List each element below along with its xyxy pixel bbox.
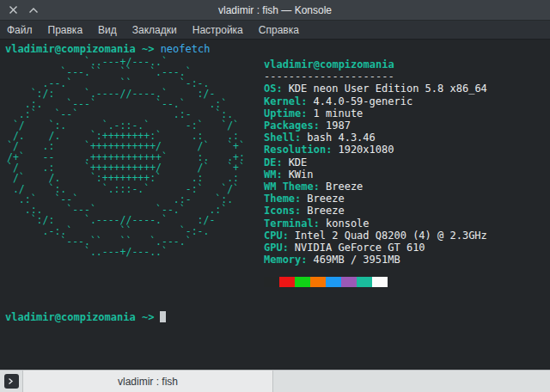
command-text: neofetch: [161, 43, 211, 55]
palette-swatch: [310, 277, 326, 287]
neofetch-info: vladimir@compizomania ------------------…: [264, 57, 487, 287]
prompt-symbol: ~>: [142, 43, 154, 55]
neofetch-separator: ---------------------: [264, 70, 487, 83]
close-icon[interactable]: [5, 3, 21, 18]
neofetch-row-icons: Icons:Breeze: [264, 205, 487, 217]
menu-help[interactable]: Справка: [259, 24, 299, 36]
neofetch-ascii-logo: `..---+/---..` `---.`` `` `.---.` .--.` …: [7, 57, 245, 258]
konsole-window: vladimir : fish — Konsole Файл Правка Ви…: [0, 0, 550, 392]
menu-edit[interactable]: Правка: [48, 24, 83, 36]
konsole-tab-icon[interactable]: [0, 371, 22, 392]
neofetch-row-shell: Shell:bash 4.3.46: [264, 132, 487, 144]
palette-swatch: [326, 277, 341, 287]
color-palette: [264, 277, 487, 287]
prompt-line: vladimir@compizomania ~> neofetch: [5, 43, 545, 56]
neofetch-row-memory: Memory:469MB / 3951MB: [264, 254, 487, 266]
keep-above-icon[interactable]: [26, 3, 41, 18]
terminal-screen[interactable]: vladimir@compizomania ~> neofetch `..---…: [0, 40, 550, 370]
palette-swatch: [372, 277, 388, 287]
palette-swatch: [295, 277, 310, 287]
neofetch-output: `..---+/---..` `---.`` `` `.---.` .--.` …: [5, 57, 545, 287]
menu-settings[interactable]: Настройка: [192, 24, 243, 36]
window-title: vladimir : fish — Konsole: [0, 4, 550, 16]
prompt-line-current: vladimir@compizomania ~>: [5, 311, 545, 324]
prompt-user-host: vladimir@compizomania: [5, 43, 136, 55]
menu-view[interactable]: Вид: [98, 24, 117, 36]
terminal-cursor: [160, 311, 166, 322]
titlebar: vladimir : fish — Konsole: [0, 0, 550, 21]
tab-vladimir-fish[interactable]: vladimir : fish: [22, 371, 273, 392]
palette-swatch: [279, 277, 295, 287]
neofetch-row-uptime: Uptime:1 minute: [264, 107, 487, 119]
neofetch-header: vladimir@compizomania: [264, 58, 487, 70]
neofetch-row-cpu: CPU:Intel 2 Quad Q8200 (4) @ 2.3GHz: [264, 230, 487, 242]
neofetch-row-de: DE:KDE: [264, 156, 487, 168]
menu-bookmarks[interactable]: Закладки: [132, 24, 177, 36]
tabbar-empty-area: [273, 371, 550, 392]
palette-swatch: [357, 277, 372, 287]
tab-label: vladimir : fish: [118, 376, 178, 388]
neofetch-row-resolution: Resolution:1920x1080: [264, 144, 487, 156]
menu-file[interactable]: Файл: [7, 24, 33, 36]
palette-swatch: [264, 277, 279, 287]
neofetch-row-kernel: Kernel:4.4.0-59-generic: [264, 95, 487, 107]
prompt-symbol: ~>: [142, 311, 154, 323]
neofetch-row-theme: Theme:Breeze: [264, 193, 487, 205]
neofetch-row-terminal: Terminal:konsole: [264, 217, 487, 230]
neofetch-row-wm-theme: WM Theme:Breeze: [264, 181, 487, 193]
palette-swatch: [341, 277, 357, 287]
neofetch-row-packages: Packages:1987: [264, 119, 487, 132]
prompt-user-host: vladimir@compizomania: [5, 311, 136, 323]
neofetch-row-wm: WM:KWin: [264, 168, 487, 181]
neofetch-row-os: OS:KDE neon User Edition 5.8 x86_64: [264, 83, 487, 95]
menubar: Файл Правка Вид Закладки Настройка Справ…: [0, 21, 550, 40]
tabbar: vladimir : fish: [0, 370, 550, 392]
terminal-app-icon: [4, 374, 19, 389]
neofetch-row-gpu: GPU:NVIDIA GeForce GT 610: [264, 242, 487, 254]
